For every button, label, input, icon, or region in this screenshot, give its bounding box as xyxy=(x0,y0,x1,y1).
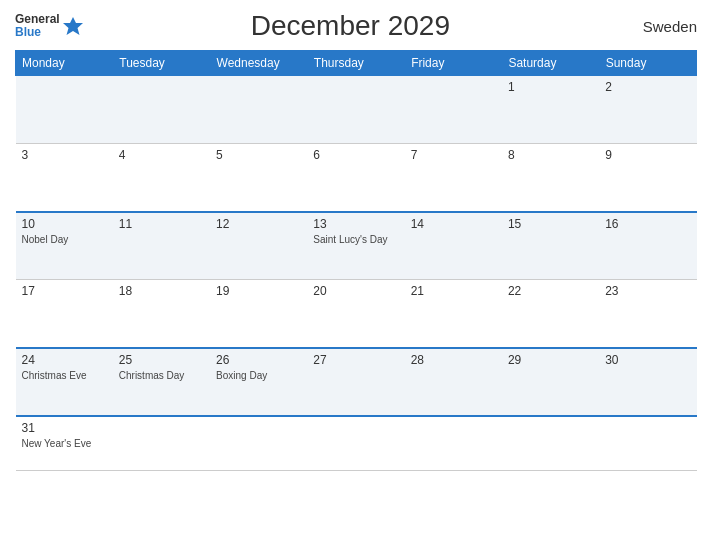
day-number: 22 xyxy=(508,284,593,298)
calendar-cell: 11 xyxy=(113,212,210,280)
day-number: 17 xyxy=(22,284,107,298)
calendar-cell: 12 xyxy=(210,212,307,280)
day-number: 24 xyxy=(22,353,107,367)
calendar-table: MondayTuesdayWednesdayThursdayFridaySatu… xyxy=(15,50,697,471)
day-number: 19 xyxy=(216,284,301,298)
day-number: 15 xyxy=(508,217,593,231)
calendar-cell: 29 xyxy=(502,348,599,416)
calendar-cell: 20 xyxy=(307,280,404,348)
day-number: 8 xyxy=(508,148,593,162)
event-name: Christmas Day xyxy=(119,369,204,382)
day-number: 12 xyxy=(216,217,301,231)
calendar-cell: 17 xyxy=(16,280,113,348)
day-number: 29 xyxy=(508,353,593,367)
calendar-cell: 1 xyxy=(502,76,599,144)
day-number: 1 xyxy=(508,80,593,94)
calendar-country: Sweden xyxy=(617,18,697,35)
calendar-cell: 14 xyxy=(405,212,502,280)
calendar-cell: 18 xyxy=(113,280,210,348)
weekday-header-thursday: Thursday xyxy=(307,51,404,76)
calendar-cell: 9 xyxy=(599,144,696,212)
calendar-header: General Blue December 2029 Sweden xyxy=(15,10,697,42)
calendar-cell: 15 xyxy=(502,212,599,280)
calendar-cell: 25Christmas Day xyxy=(113,348,210,416)
calendar-cell: 22 xyxy=(502,280,599,348)
day-number: 7 xyxy=(411,148,496,162)
weekday-header-monday: Monday xyxy=(16,51,113,76)
day-number: 27 xyxy=(313,353,398,367)
day-number: 31 xyxy=(22,421,107,435)
day-number: 2 xyxy=(605,80,690,94)
calendar-title: December 2029 xyxy=(84,10,617,42)
calendar-cell: 10Nobel Day xyxy=(16,212,113,280)
day-number: 16 xyxy=(605,217,690,231)
day-number: 18 xyxy=(119,284,204,298)
day-number: 5 xyxy=(216,148,301,162)
calendar-cell: 21 xyxy=(405,280,502,348)
event-name: Boxing Day xyxy=(216,369,301,382)
calendar-row: 31New Year's Eve xyxy=(16,416,697,471)
calendar-cell xyxy=(16,76,113,144)
day-number: 9 xyxy=(605,148,690,162)
logo-flag-icon xyxy=(62,15,84,37)
weekday-header-row: MondayTuesdayWednesdayThursdayFridaySatu… xyxy=(16,51,697,76)
calendar-cell: 16 xyxy=(599,212,696,280)
event-name: Christmas Eve xyxy=(22,369,107,382)
calendar-cell xyxy=(307,76,404,144)
calendar-cell: 7 xyxy=(405,144,502,212)
calendar-cell: 4 xyxy=(113,144,210,212)
calendar-cell: 8 xyxy=(502,144,599,212)
svg-marker-0 xyxy=(63,17,83,35)
day-number: 3 xyxy=(22,148,107,162)
calendar-row: 12 xyxy=(16,76,697,144)
day-number: 14 xyxy=(411,217,496,231)
calendar-cell: 2 xyxy=(599,76,696,144)
day-number: 23 xyxy=(605,284,690,298)
calendar-row: 3456789 xyxy=(16,144,697,212)
day-number: 13 xyxy=(313,217,398,231)
weekday-header-saturday: Saturday xyxy=(502,51,599,76)
calendar-row: 24Christmas Eve25Christmas Day26Boxing D… xyxy=(16,348,697,416)
weekday-header-tuesday: Tuesday xyxy=(113,51,210,76)
calendar-cell xyxy=(113,416,210,471)
day-number: 28 xyxy=(411,353,496,367)
calendar-cell xyxy=(113,76,210,144)
calendar-cell xyxy=(502,416,599,471)
weekday-header-friday: Friday xyxy=(405,51,502,76)
calendar-cell xyxy=(599,416,696,471)
day-number: 11 xyxy=(119,217,204,231)
event-name: New Year's Eve xyxy=(22,437,107,450)
calendar-cell xyxy=(210,76,307,144)
event-name: Saint Lucy's Day xyxy=(313,233,398,246)
calendar-cell xyxy=(405,76,502,144)
day-number: 10 xyxy=(22,217,107,231)
day-number: 30 xyxy=(605,353,690,367)
day-number: 20 xyxy=(313,284,398,298)
calendar-cell: 5 xyxy=(210,144,307,212)
day-number: 4 xyxy=(119,148,204,162)
calendar-cell xyxy=(210,416,307,471)
calendar-cell xyxy=(307,416,404,471)
calendar-cell xyxy=(405,416,502,471)
calendar-container: General Blue December 2029 Sweden Monday… xyxy=(0,0,712,550)
day-number: 21 xyxy=(411,284,496,298)
calendar-cell: 27 xyxy=(307,348,404,416)
calendar-row: 17181920212223 xyxy=(16,280,697,348)
calendar-cell: 3 xyxy=(16,144,113,212)
day-number: 6 xyxy=(313,148,398,162)
calendar-cell: 23 xyxy=(599,280,696,348)
calendar-cell: 31New Year's Eve xyxy=(16,416,113,471)
logo-blue: Blue xyxy=(15,26,60,39)
calendar-cell: 24Christmas Eve xyxy=(16,348,113,416)
calendar-row: 10Nobel Day111213Saint Lucy's Day141516 xyxy=(16,212,697,280)
event-name: Nobel Day xyxy=(22,233,107,246)
weekday-header-wednesday: Wednesday xyxy=(210,51,307,76)
calendar-cell: 19 xyxy=(210,280,307,348)
calendar-cell: 6 xyxy=(307,144,404,212)
calendar-cell: 13Saint Lucy's Day xyxy=(307,212,404,280)
logo: General Blue xyxy=(15,13,84,39)
calendar-cell: 30 xyxy=(599,348,696,416)
day-number: 25 xyxy=(119,353,204,367)
calendar-cell: 26Boxing Day xyxy=(210,348,307,416)
calendar-cell: 28 xyxy=(405,348,502,416)
